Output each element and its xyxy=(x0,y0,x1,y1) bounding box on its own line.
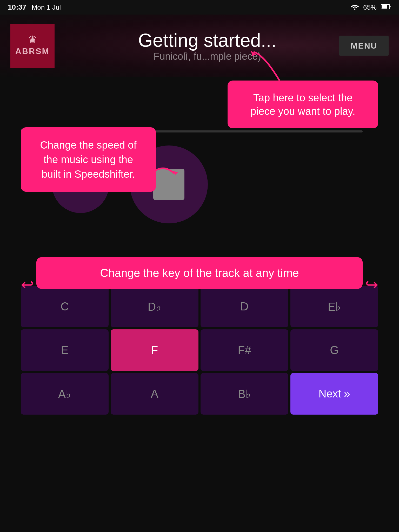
menu-button[interactable]: MENU xyxy=(339,36,389,56)
tooltip-select-text: Tap here to select the piece you want to… xyxy=(241,91,365,118)
key-button-F[interactable]: F xyxy=(111,329,198,371)
key-button-A[interactable]: A xyxy=(111,373,198,415)
tooltip-select-piece: Tap here to select the piece you want to… xyxy=(228,81,378,128)
key-button-A[interactable]: A♭ xyxy=(21,373,109,415)
header: ♛ ABRSM Getting started... Funicolì, fu.… xyxy=(0,15,399,77)
key-button-B[interactable]: B♭ xyxy=(201,373,288,415)
header-title: Getting started... xyxy=(138,30,276,51)
svg-point-0 xyxy=(354,8,355,10)
wifi-icon xyxy=(351,3,359,11)
key-arrow-right-icon[interactable]: ↪ xyxy=(365,275,378,294)
arrow-speed-icon xyxy=(148,161,179,187)
key-arrow-left-icon[interactable]: ↩ xyxy=(21,275,34,294)
key-button-E[interactable]: E xyxy=(21,329,109,371)
key-button-D[interactable]: D♭ xyxy=(111,286,198,327)
next-button[interactable]: Next » xyxy=(290,373,378,415)
tooltip-speed-text: Change the speed of the music using the … xyxy=(34,138,143,181)
key-button-C[interactable]: C xyxy=(21,286,109,327)
battery-icon xyxy=(381,3,391,11)
arrow-select-icon xyxy=(243,49,285,83)
abrsm-crown-icon: ♛ xyxy=(28,34,37,45)
key-grid: CD♭DE♭EFF#GA♭AB♭Next » xyxy=(21,286,378,415)
key-button-D[interactable]: D xyxy=(201,286,288,327)
status-time: 10:37 xyxy=(8,3,26,11)
svg-rect-2 xyxy=(382,5,387,9)
status-bar: 10:37 Mon 1 Jul 65% xyxy=(0,0,399,15)
tooltip-key-change: Change the key of the track at any time xyxy=(36,257,363,289)
tooltip-key-text: Change the key of the track at any time xyxy=(52,267,347,280)
tooltip-speedshifter: Change the speed of the music using the … xyxy=(21,127,156,192)
abrsm-divider xyxy=(25,58,40,58)
key-button-F[interactable]: F# xyxy=(201,329,288,371)
abrsm-text: ABRSM xyxy=(15,46,50,56)
status-date: Mon 1 Jul xyxy=(32,3,61,11)
key-button-G[interactable]: G xyxy=(290,329,378,371)
abrsm-logo: ♛ ABRSM xyxy=(10,24,55,68)
battery-display: 65% xyxy=(363,3,377,11)
